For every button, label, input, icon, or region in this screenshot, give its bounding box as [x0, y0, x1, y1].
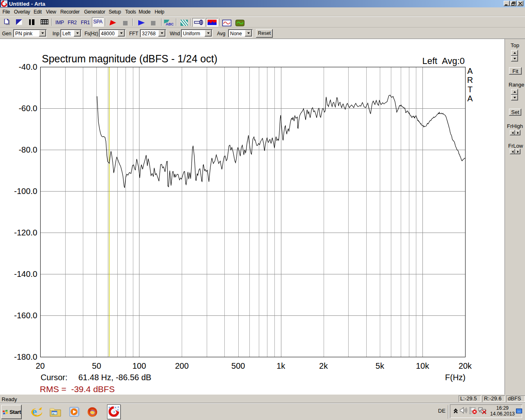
x-tick-label: 500: [231, 361, 245, 370]
language-indicator[interactable]: DE: [438, 408, 445, 414]
start-button[interactable]: Start: [1, 405, 22, 419]
frlow-left-button[interactable]: [510, 149, 515, 154]
close-button[interactable]: [517, 1, 523, 6]
x-axis-label: F(Hz): [445, 373, 466, 382]
show-desktop-icon[interactable]: [516, 409, 522, 414]
menu-edit[interactable]: Edit: [34, 9, 41, 16]
level-meter-button[interactable]: [206, 18, 218, 27]
rms-readout: RMS = -39.4 dBFS: [40, 384, 115, 394]
minimize-button[interactable]: [504, 1, 510, 6]
dropdown-button[interactable]: [158, 30, 165, 37]
grid-table-icon[interactable]: [41, 19, 48, 25]
frhigh-left-button[interactable]: [510, 130, 515, 135]
arrow-left-icon: [512, 151, 514, 153]
y-tick-label: -100.0: [14, 187, 37, 196]
menu-tools[interactable]: Tools: [125, 9, 136, 16]
hidden-icons-chevron[interactable]: [453, 408, 458, 414]
pause-bars-icon[interactable]: [29, 19, 34, 25]
chevron-down-icon: [41, 32, 44, 34]
menu-generator[interactable]: Generator: [84, 9, 105, 16]
arrow-up-icon: [514, 52, 516, 54]
svg-text:ABC: ABC: [166, 22, 173, 26]
stripes-icon[interactable]: [180, 20, 188, 26]
toolbar-separator: [161, 18, 162, 26]
toolbar-separator: [132, 18, 133, 26]
volume-icon[interactable]: [460, 407, 468, 414]
menu-setup[interactable]: Setup: [109, 9, 121, 16]
menu-mode[interactable]: Mode: [139, 9, 151, 16]
reset-button[interactable]: Reset: [256, 29, 273, 38]
y-tick-label: -40.0: [18, 62, 37, 71]
play-stop-icon[interactable]: [151, 21, 155, 25]
dropdown-button[interactable]: [74, 30, 81, 37]
mode-fr1-button[interactable]: FR1: [81, 20, 90, 25]
chevron-down-icon: [207, 32, 210, 34]
range-up-button[interactable]: [511, 89, 518, 95]
microphone-button[interactable]: [192, 18, 205, 27]
mode-spa-button[interactable]: SPA: [92, 17, 104, 27]
menu-recorder[interactable]: Recorder: [60, 9, 80, 16]
y-tick-label: -80.0: [18, 145, 37, 154]
y-tick-label: -140.0: [14, 269, 37, 278]
restore-button[interactable]: [510, 1, 516, 6]
start-label: Start: [9, 409, 21, 415]
fit-button[interactable]: Fit: [509, 67, 522, 75]
dropdown-button[interactable]: [39, 30, 46, 37]
windows-explorer-icon[interactable]: [49, 406, 62, 418]
arrow-left-icon: [512, 132, 514, 134]
firefox-icon[interactable]: [86, 406, 98, 418]
chevron-down-icon: [247, 32, 250, 34]
mode-fr2-button[interactable]: FR2: [68, 20, 77, 25]
menu-file[interactable]: File: [2, 9, 10, 16]
play-icon[interactable]: [138, 20, 145, 25]
frlow-right-button[interactable]: [515, 149, 520, 154]
record-stop-icon[interactable]: [123, 21, 128, 25]
arta-watermark: A: [467, 66, 473, 75]
close-icon: [518, 2, 522, 5]
split-view-icon[interactable]: [16, 19, 22, 25]
top-down-button[interactable]: [511, 56, 518, 62]
right-level-indicator: R:-29.6: [482, 395, 505, 402]
frlow-label: FrLow: [508, 143, 523, 149]
menu-overlay[interactable]: Overlay: [14, 9, 30, 16]
y-tick-label: -60.0: [18, 104, 37, 113]
wnd-combobox[interactable]: Uniform: [181, 29, 212, 37]
dropdown-button[interactable]: [205, 30, 212, 37]
inp-combobox[interactable]: Left: [60, 29, 82, 37]
y-tick-label: -180.0: [14, 352, 37, 361]
record-icon[interactable]: [110, 20, 116, 25]
inp-label: Inp: [52, 31, 59, 37]
calibrate-icon[interactable]: ABC: [164, 20, 173, 26]
top-up-button[interactable]: [511, 50, 518, 56]
plot-title: Spectrum magnitude (dBFS - 1/24 oct): [42, 53, 217, 64]
generator-on-icon[interactable]: [235, 20, 244, 26]
spectrum-plot[interactable]: -40.0-60.0-80.0-100.0-120.0-140.0-160.0-…: [0, 39, 504, 395]
security-alert-icon[interactable]: [469, 407, 477, 414]
menu-view[interactable]: View: [46, 9, 56, 16]
internet-explorer-icon[interactable]: e: [30, 406, 43, 418]
channel-info: Left Avg:0: [422, 56, 465, 66]
arta-watermark: R: [467, 75, 473, 84]
restore-icon: [511, 2, 515, 5]
range-down-button[interactable]: [511, 95, 518, 100]
plot-control-panel: Top Fit Range Set FrHigh FrLow: [504, 39, 525, 395]
system-tray: 16:29 14.06.2013: [450, 404, 522, 418]
avg-combobox[interactable]: None: [228, 29, 253, 37]
gen-combobox[interactable]: PN pink: [13, 29, 47, 37]
new-document-icon[interactable]: [4, 19, 11, 25]
frhigh-right-button[interactable]: [515, 130, 520, 135]
menu-help[interactable]: Help: [155, 9, 164, 16]
network-disconnected-icon[interactable]: [478, 407, 487, 414]
arta-taskbar-button[interactable]: [107, 404, 121, 419]
fs-combobox[interactable]: 48000: [99, 29, 126, 37]
generator-sine-icon[interactable]: [222, 20, 231, 26]
clock[interactable]: 16:29 14.06.2013: [488, 405, 517, 417]
y-tick-label: -160.0: [14, 311, 37, 320]
toolbar-separator: [219, 18, 220, 26]
mode-imp-button[interactable]: IMP: [55, 20, 64, 25]
dropdown-button[interactable]: [245, 30, 252, 37]
media-player-icon[interactable]: [68, 406, 81, 418]
dropdown-button[interactable]: [118, 30, 125, 37]
set-button[interactable]: Set: [509, 109, 521, 116]
fft-combobox[interactable]: 32768: [140, 29, 166, 37]
